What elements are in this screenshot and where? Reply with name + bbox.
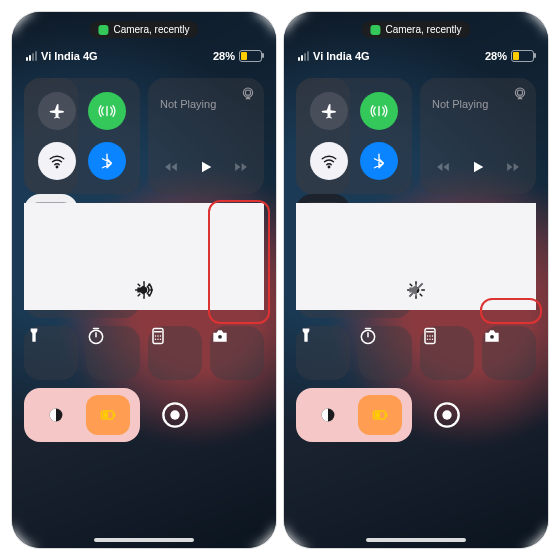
- low-power-toggle[interactable]: [86, 395, 130, 435]
- wifi-icon: [48, 152, 66, 170]
- flashlight-button[interactable]: [296, 326, 350, 380]
- status-bar: Vi India 4G 28%: [12, 50, 276, 68]
- battery-icon: [511, 50, 534, 62]
- airplay-icon[interactable]: [240, 86, 256, 102]
- svg-point-0: [56, 166, 58, 168]
- bluetooth-toggle[interactable]: [360, 142, 398, 180]
- battery-low-icon: [94, 407, 122, 423]
- record-icon: [161, 401, 189, 429]
- phone-left: Camera, recently Vi India 4G 28%: [12, 12, 276, 548]
- camera-button[interactable]: [482, 326, 536, 380]
- svg-point-1: [243, 88, 252, 97]
- connectivity-group[interactable]: [24, 78, 140, 194]
- carrier-label: Vi India 4G: [41, 50, 98, 62]
- svg-point-17: [515, 88, 524, 97]
- color-filters-toggle[interactable]: [306, 395, 350, 435]
- svg-point-31: [442, 410, 451, 419]
- svg-rect-13: [114, 413, 115, 417]
- phone-right: Camera, recently Vi India 4G 28% Not Pla…: [284, 12, 548, 548]
- airplane-toggle[interactable]: [310, 92, 348, 130]
- color-filters-icon: [317, 404, 339, 426]
- camera-button[interactable]: [210, 326, 264, 380]
- svg-point-18: [517, 90, 522, 95]
- play-icon[interactable]: [470, 158, 486, 176]
- timer-icon: [86, 326, 106, 346]
- battery-text: 28%: [213, 50, 235, 62]
- svg-point-9: [217, 334, 222, 339]
- svg-rect-12: [103, 412, 108, 417]
- home-indicator[interactable]: [94, 538, 194, 542]
- bluetooth-toggle[interactable]: [88, 142, 126, 180]
- svg-point-2: [245, 90, 250, 95]
- camera-icon: [98, 25, 108, 35]
- status-bar: Vi India 4G 28%: [284, 50, 548, 68]
- airplane-icon: [48, 102, 66, 120]
- color-filters-toggle[interactable]: [34, 395, 78, 435]
- media-tile[interactable]: Not Playing: [148, 78, 264, 194]
- svg-point-16: [328, 166, 330, 168]
- camera-icon: [482, 326, 502, 346]
- cellular-toggle[interactable]: [360, 92, 398, 130]
- calculator-icon: [420, 326, 440, 346]
- record-icon: [433, 401, 461, 429]
- timer-button[interactable]: [86, 326, 140, 380]
- privacy-label: Camera, recently: [113, 24, 189, 35]
- accessibility-group[interactable]: [24, 388, 140, 442]
- svg-point-25: [489, 334, 494, 339]
- privacy-label: Camera, recently: [385, 24, 461, 35]
- privacy-pill[interactable]: Camera, recently: [89, 21, 198, 38]
- bluetooth-icon: [98, 152, 116, 170]
- camera-icon: [210, 326, 230, 346]
- battery-icon: [239, 50, 262, 62]
- screen-record-button[interactable]: [420, 388, 474, 442]
- now-playing-label: Not Playing: [160, 98, 216, 110]
- flashlight-icon: [24, 326, 44, 346]
- play-icon[interactable]: [198, 158, 214, 176]
- airplane-icon: [320, 102, 338, 120]
- screen-record-button[interactable]: [148, 388, 202, 442]
- forward-icon[interactable]: [232, 160, 250, 174]
- carrier-label: Vi India 4G: [313, 50, 370, 62]
- cellular-toggle[interactable]: [88, 92, 126, 130]
- signal-icon: [298, 51, 309, 61]
- airplay-icon[interactable]: [512, 86, 528, 102]
- antenna-icon: [98, 102, 116, 120]
- low-power-toggle[interactable]: [358, 395, 402, 435]
- accessibility-group[interactable]: [296, 388, 412, 442]
- antenna-icon: [370, 102, 388, 120]
- calculator-icon: [148, 326, 168, 346]
- media-tile[interactable]: Not Playing: [420, 78, 536, 194]
- signal-icon: [26, 51, 37, 61]
- svg-rect-29: [386, 413, 387, 417]
- timer-icon: [358, 326, 378, 346]
- flashlight-button[interactable]: [24, 326, 78, 380]
- color-filters-icon: [45, 404, 67, 426]
- svg-point-15: [170, 410, 179, 419]
- privacy-pill[interactable]: Camera, recently: [361, 21, 470, 38]
- airplane-toggle[interactable]: [38, 92, 76, 130]
- home-indicator[interactable]: [366, 538, 466, 542]
- bluetooth-icon: [370, 152, 388, 170]
- camera-icon: [370, 25, 380, 35]
- rewind-icon[interactable]: [162, 160, 180, 174]
- timer-button[interactable]: [358, 326, 412, 380]
- battery-low-icon: [366, 407, 394, 423]
- svg-rect-28: [375, 412, 380, 417]
- wifi-toggle[interactable]: [38, 142, 76, 180]
- calculator-button[interactable]: [420, 326, 474, 380]
- forward-icon[interactable]: [504, 160, 522, 174]
- calculator-button[interactable]: [148, 326, 202, 380]
- battery-text: 28%: [485, 50, 507, 62]
- wifi-toggle[interactable]: [310, 142, 348, 180]
- flashlight-icon: [296, 326, 316, 346]
- wifi-icon: [320, 152, 338, 170]
- now-playing-label: Not Playing: [432, 98, 488, 110]
- connectivity-group[interactable]: [296, 78, 412, 194]
- rewind-icon[interactable]: [434, 160, 452, 174]
